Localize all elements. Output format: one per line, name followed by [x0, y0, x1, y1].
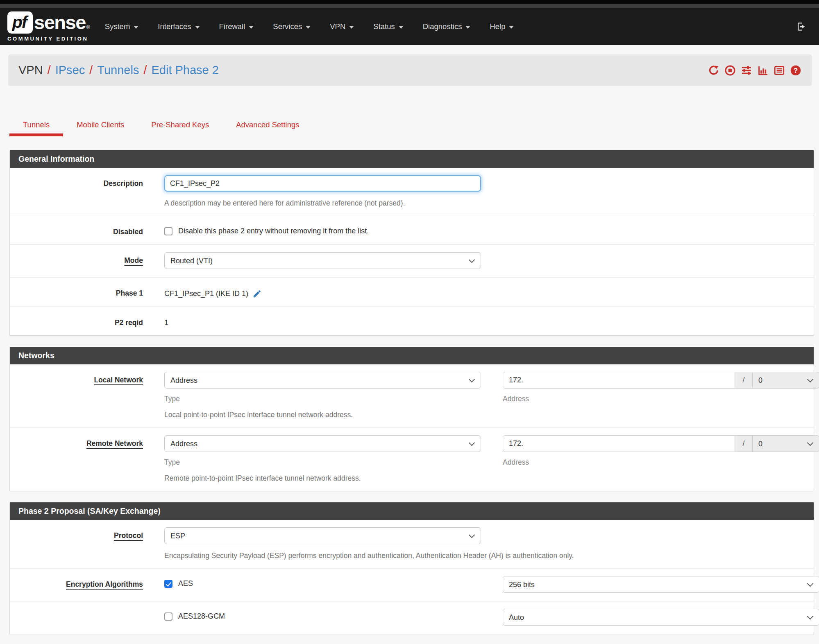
- description-label: Description: [10, 175, 143, 208]
- aes-bits-select[interactable]: 256 bits: [503, 576, 819, 593]
- encryption-aes128gcm-controls: AES128-GCM Auto: [143, 609, 819, 626]
- protocol-label: Protocol: [10, 527, 143, 560]
- protocol-controls: ESP Encapsulating Security Payload (ESP)…: [143, 527, 814, 560]
- remote-network-help: Remote point-to-point IPsec interface tu…: [164, 474, 819, 483]
- help-icon[interactable]: ?: [790, 65, 801, 76]
- breadcrumb-current: VPN: [18, 63, 43, 77]
- chevron-down-icon: [249, 26, 254, 29]
- menu-status-label: Status: [373, 22, 395, 31]
- disabled-label: Disabled: [10, 224, 143, 236]
- sliders-icon[interactable]: [741, 65, 752, 76]
- ipsec-tabs: Tunnels Mobile Clients Pre-Shared Keys A…: [9, 115, 810, 136]
- bar-chart-icon[interactable]: [757, 65, 769, 76]
- tab-tunnels[interactable]: Tunnels: [9, 115, 63, 136]
- menu-interfaces[interactable]: Interfaces: [158, 22, 200, 31]
- remote-network-type-col: Address Type: [164, 435, 481, 467]
- mode-select[interactable]: Routed (VTI): [164, 252, 481, 269]
- phase1-label: Phase 1: [10, 285, 143, 298]
- breadcrumb-link-ipsec[interactable]: IPsec: [55, 63, 85, 77]
- breadcrumb-separator: /: [143, 63, 147, 77]
- p2reqid-row: P2 reqid 1: [10, 307, 814, 335]
- protocol-select[interactable]: ESP: [164, 527, 481, 544]
- encryption-algorithms-label: Encryption Algorithms: [10, 576, 143, 593]
- local-type-caption: Type: [164, 395, 481, 403]
- remote-network-mask-select[interactable]: 0: [753, 435, 819, 452]
- chevron-down-icon: [349, 26, 354, 29]
- encryption-aes128gcm-row: AES128-GCM Auto: [10, 601, 814, 634]
- description-input[interactable]: [164, 175, 481, 192]
- menu-vpn[interactable]: VPN: [330, 22, 354, 31]
- aes128gcm-bits-col: Auto: [503, 609, 819, 626]
- remote-address-group: / 0: [503, 435, 819, 452]
- navbar-top-strip: [0, 4, 819, 8]
- local-network-mask-select[interactable]: 0: [753, 372, 819, 389]
- remote-type-caption: Type: [164, 458, 481, 467]
- chevron-down-icon: [134, 26, 138, 29]
- menu-diagnostics[interactable]: Diagnostics: [423, 22, 471, 31]
- local-address-caption: Address: [503, 395, 819, 403]
- aes128gcm-empty-label: [10, 609, 143, 626]
- phase1-value-line: CF1_IPsec_P1 (IKE ID 1): [164, 285, 814, 298]
- phase2-proposal-panel: Phase 2 Proposal (SA/Key Exchange) Proto…: [9, 502, 814, 634]
- menu-system[interactable]: System: [105, 22, 139, 31]
- main-menu: System Interfaces Firewall Services VPN …: [105, 22, 533, 31]
- pencil-icon[interactable]: [252, 289, 262, 298]
- remote-address-mask-separator: /: [735, 435, 753, 452]
- menu-firewall[interactable]: Firewall: [219, 22, 254, 31]
- remote-network-controls: Address Type / 0 Ad: [143, 435, 819, 483]
- remote-network-address-col: / 0 Address: [503, 435, 819, 467]
- protocol-select-wrap: ESP: [164, 527, 481, 544]
- mode-row: Mode Routed (VTI): [10, 245, 814, 278]
- tab-pre-shared-keys[interactable]: Pre-Shared Keys: [138, 115, 222, 136]
- remote-network-address-input[interactable]: [503, 435, 735, 452]
- local-network-address-col: / 0 Address: [503, 372, 819, 403]
- remote-address-caption: Address: [503, 458, 819, 467]
- breadcrumb-link-tunnels[interactable]: Tunnels: [97, 63, 139, 77]
- menu-help[interactable]: Help: [490, 22, 514, 31]
- chevron-down-icon: [465, 26, 470, 29]
- disabled-checkbox[interactable]: [164, 227, 172, 235]
- aes-check-line: AES: [164, 576, 481, 588]
- tab-advanced-settings[interactable]: Advanced Settings: [222, 115, 313, 136]
- registered-mark: ®: [86, 25, 90, 30]
- menu-diagnostics-label: Diagnostics: [423, 22, 462, 31]
- top-navbar: pf sense ® COMMUNITY EDITION System Inte…: [0, 8, 819, 45]
- breadcrumb: VPN/IPsec/Tunnels/Edit Phase 2: [18, 63, 219, 77]
- menu-help-label: Help: [490, 22, 505, 31]
- menu-interfaces-label: Interfaces: [158, 22, 191, 31]
- local-network-controls: Address Type / 0 Ad: [143, 372, 819, 419]
- menu-services[interactable]: Services: [273, 22, 311, 31]
- local-network-help: Local point-to-point IPsec interface tun…: [164, 411, 819, 419]
- log-icon[interactable]: [774, 65, 785, 76]
- pfsense-logo[interactable]: pf sense ® COMMUNITY EDITION: [7, 11, 90, 42]
- remote-network-type-select[interactable]: Address: [164, 435, 481, 452]
- encryption-aes-controls: AES 256 bits: [143, 576, 819, 593]
- local-network-label-text: Local Network: [94, 376, 143, 384]
- protocol-help: Encapsulating Security Payload (ESP) per…: [164, 551, 814, 560]
- local-network-address-input[interactable]: [503, 372, 735, 389]
- tab-mobile-clients[interactable]: Mobile Clients: [63, 115, 138, 136]
- protocol-row: Protocol ESP Encapsulating Security Payl…: [10, 520, 814, 569]
- stop-icon[interactable]: [724, 65, 736, 76]
- menu-status[interactable]: Status: [373, 22, 403, 31]
- aes-checkbox[interactable]: [164, 580, 172, 588]
- networks-panel: Networks Local Network Address Type /: [9, 347, 814, 491]
- encryption-algorithms-row: Encryption Algorithms AES 256 bits: [10, 569, 814, 601]
- chevron-down-icon: [306, 26, 311, 29]
- menu-system-label: System: [105, 22, 130, 31]
- p2reqid-value: 1: [164, 314, 814, 327]
- aes128gcm-checkbox[interactable]: [164, 612, 172, 621]
- local-mask-select-wrap: 0: [753, 372, 819, 389]
- breadcrumb-link-edit-phase-2[interactable]: Edit Phase 2: [151, 63, 218, 77]
- local-network-type-select[interactable]: Address: [164, 372, 481, 389]
- local-network-label: Local Network: [10, 372, 143, 419]
- refresh-icon[interactable]: [708, 65, 719, 76]
- pfsense-logo-row: pf sense ®: [7, 11, 90, 34]
- aes128gcm-bits-select[interactable]: Auto: [503, 609, 819, 626]
- pfsense-logo-name: sense: [34, 11, 86, 34]
- panel-title-general-information: General Information: [10, 150, 814, 168]
- sign-out-icon[interactable]: [796, 21, 807, 32]
- chevron-down-icon: [399, 26, 404, 29]
- breadcrumb-panel: VPN/IPsec/Tunnels/Edit Phase 2: [8, 54, 812, 86]
- local-network-row: Local Network Address Type /: [10, 364, 814, 428]
